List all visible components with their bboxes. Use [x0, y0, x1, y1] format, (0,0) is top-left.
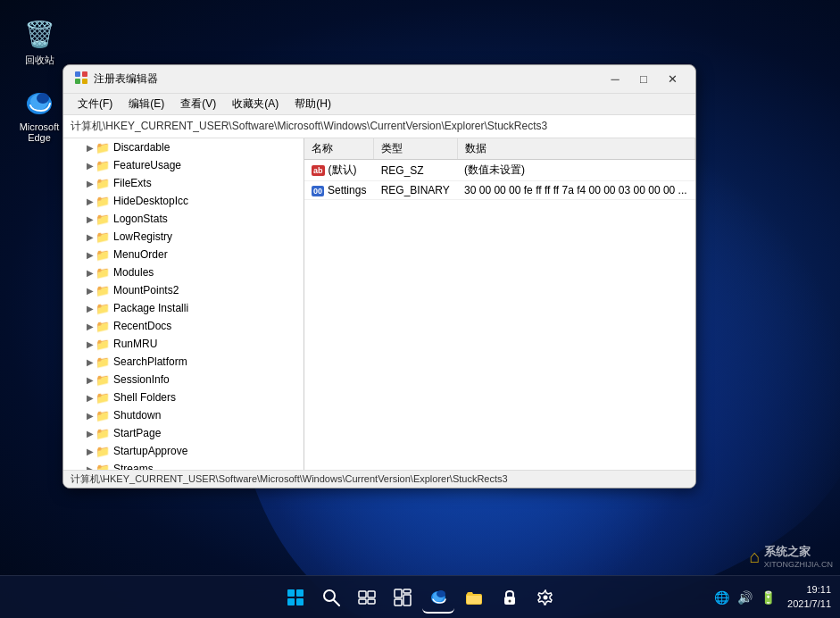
address-text[interactable]: 计算机\HKEY_CURRENT_USER\Software\Microsoft…	[71, 119, 685, 134]
edge-image	[21, 84, 57, 120]
tree-expand-packageinstall[interactable]: ▶	[85, 304, 96, 313]
table-row[interactable]: ab(默认)REG_SZ(数值未设置)	[304, 160, 695, 181]
tree-item-shutdown[interactable]: ▶📁Shutdown	[63, 406, 304, 424]
edge-icon[interactable]: MicrosoftEdge	[12, 80, 66, 146]
tree-expand-sessioninfo[interactable]: ▶	[85, 375, 96, 385]
tree-expand-searchplatform[interactable]: ▶	[85, 357, 96, 367]
folder-icon-streams: 📁	[96, 463, 110, 471]
tree-item-shellfolders[interactable]: ▶📁Shell Folders	[63, 388, 304, 406]
tree-item-streams[interactable]: ▶📁Streams	[63, 460, 304, 470]
tree-expand-runmru[interactable]: ▶	[85, 339, 96, 349]
taskbar-lock[interactable]	[494, 581, 526, 614]
cell-data-0: (数值未设置)	[457, 160, 694, 181]
edge-label: MicrosoftEdge	[20, 121, 60, 143]
tree-label-discardable: Discardable	[113, 141, 170, 154]
cell-data-1: 30 00 00 00 fe ff ff ff 7a f4 00 00 03 0…	[457, 181, 694, 200]
content-area: ▶📁Discardable▶📁FeatureUsage▶📁FileExts▶📁H…	[63, 138, 695, 470]
tree-expand-discardable[interactable]: ▶	[85, 143, 96, 153]
maximize-button[interactable]: □	[631, 71, 656, 88]
tree-expand-modules[interactable]: ▶	[85, 268, 96, 278]
tree-expand-fileexts[interactable]: ▶	[85, 179, 96, 188]
tree-expand-recentdocs[interactable]: ▶	[85, 322, 96, 331]
taskbar-folder[interactable]	[458, 581, 490, 614]
data-panel[interactable]: 名称 类型 数据 ab(默认)REG_SZ(数值未设置)00SettingsRE…	[304, 138, 695, 470]
taskbar-start[interactable]	[279, 581, 312, 614]
cell-type-1: REG_BINARY	[374, 181, 457, 200]
taskbar-center	[279, 581, 561, 614]
tree-item-recentdocs[interactable]: ▶📁RecentDocs	[63, 317, 304, 335]
folder-icon-mountpoints2: 📁	[96, 284, 110, 297]
menu-view[interactable]: 查看(V)	[173, 95, 223, 113]
folder-icon-shellfolders: 📁	[96, 391, 110, 405]
tree-expand-shutdown[interactable]: ▶	[85, 411, 96, 421]
taskbar-edge[interactable]	[422, 581, 454, 614]
col-name: 名称	[304, 138, 374, 160]
folder-icon-modules: 📁	[96, 266, 110, 280]
tree-item-sessioninfo[interactable]: ▶📁SessionInfo	[63, 371, 304, 388]
folder-icon-shutdown: 📁	[96, 409, 110, 422]
svg-rect-18	[403, 589, 411, 593]
svg-rect-19	[395, 599, 402, 605]
tree-label-mountpoints2: MountPoints2	[113, 284, 179, 296]
svg-point-26	[543, 595, 547, 599]
menu-help[interactable]: 帮助(H)	[287, 95, 338, 113]
tree-item-searchplatform[interactable]: ▶📁SearchPlatform	[63, 353, 304, 371]
tree-expand-startpage[interactable]: ▶	[85, 429, 96, 438]
cell-name-0: ab(默认)	[304, 160, 374, 181]
tree-item-featureusage[interactable]: ▶📁FeatureUsage	[63, 156, 304, 174]
tree-expand-shellfolders[interactable]: ▶	[85, 393, 96, 403]
close-button[interactable]: ✕	[660, 71, 685, 88]
tree-panel[interactable]: ▶📁Discardable▶📁FeatureUsage▶📁FileExts▶📁H…	[63, 138, 304, 470]
tree-label-recentdocs: RecentDocs	[113, 320, 171, 332]
recycle-bin-icon[interactable]: 🗑️ 回收站	[12, 13, 66, 71]
tree-item-runmru[interactable]: ▶📁RunMRU	[63, 335, 304, 353]
tree-expand-logonstats[interactable]: ▶	[85, 214, 96, 224]
taskbar-widgets[interactable]	[387, 581, 419, 614]
tree-label-featureusage: FeatureUsage	[113, 159, 181, 171]
folder-icon-menuorder: 📁	[96, 248, 110, 262]
tree-expand-featureusage[interactable]: ▶	[85, 161, 96, 171]
tree-label-hidedesktopicons: HideDesktopIcc	[113, 195, 188, 207]
folder-icon-lowregistry: 📁	[96, 230, 110, 244]
tree-item-startpage[interactable]: ▶📁StartPage	[63, 424, 304, 442]
menu-favorites[interactable]: 收藏夹(A)	[225, 95, 286, 113]
tree-label-searchplatform: SearchPlatform	[113, 355, 187, 368]
tree-item-modules[interactable]: ▶📁Modules	[63, 263, 304, 281]
status-bar: 计算机\HKEY_CURRENT_USER\Software\Microsoft…	[63, 470, 695, 488]
tree-item-fileexts[interactable]: ▶📁FileExts	[63, 174, 304, 192]
battery-icon[interactable]: 🔋	[758, 589, 778, 606]
tree-item-packageinstall[interactable]: ▶📁Package Installi	[63, 299, 304, 317]
minimize-button[interactable]: ─	[603, 71, 628, 88]
tree-item-hidedesktopicons[interactable]: ▶📁HideDesktopIcc	[63, 192, 304, 210]
menu-edit[interactable]: 编辑(E)	[121, 95, 171, 113]
tree-expand-lowregistry[interactable]: ▶	[85, 232, 96, 242]
tree-expand-hidedesktopicons[interactable]: ▶	[85, 196, 96, 206]
recycle-bin-label: 回收站	[25, 54, 54, 67]
taskbar-search[interactable]	[315, 581, 347, 614]
tree-expand-mountpoints2[interactable]: ▶	[85, 286, 96, 296]
recycle-bin-image: 🗑️	[21, 16, 57, 52]
svg-rect-16	[368, 599, 375, 604]
svg-rect-20	[403, 595, 411, 605]
taskbar-taskview[interactable]	[351, 581, 383, 614]
menu-file[interactable]: 文件(F)	[71, 95, 120, 113]
tree-label-shellfolders: Shell Folders	[113, 391, 176, 404]
tree-expand-menuorder[interactable]: ▶	[85, 250, 96, 260]
tree-item-logonstats[interactable]: ▶📁LogonStats	[63, 210, 304, 228]
taskbar-time[interactable]: 19:11 2021/7/11	[787, 583, 831, 611]
tree-item-startupapproved[interactable]: ▶📁StartupApprove	[63, 442, 304, 460]
network-icon[interactable]: 🌐	[711, 589, 732, 606]
tree-item-mountpoints2[interactable]: ▶📁MountPoints2	[63, 281, 304, 299]
tree-expand-startupapproved[interactable]: ▶	[85, 447, 96, 456]
folder-icon-featureusage: 📁	[96, 159, 110, 172]
table-row[interactable]: 00SettingsREG_BINARY30 00 00 00 fe ff ff…	[304, 181, 695, 200]
svg-rect-5	[75, 79, 80, 84]
tree-item-menuorder[interactable]: ▶📁MenuOrder	[63, 246, 304, 263]
tree-label-runmru: RunMRU	[113, 338, 157, 350]
svg-point-25	[508, 599, 511, 602]
tree-label-packageinstall: Package Installi	[113, 302, 188, 314]
volume-icon[interactable]: 🔊	[735, 589, 755, 606]
tree-item-discardable[interactable]: ▶📁Discardable	[63, 138, 304, 156]
tree-item-lowregistry[interactable]: ▶📁LowRegistry	[63, 228, 304, 246]
taskbar-settings[interactable]	[529, 581, 561, 614]
